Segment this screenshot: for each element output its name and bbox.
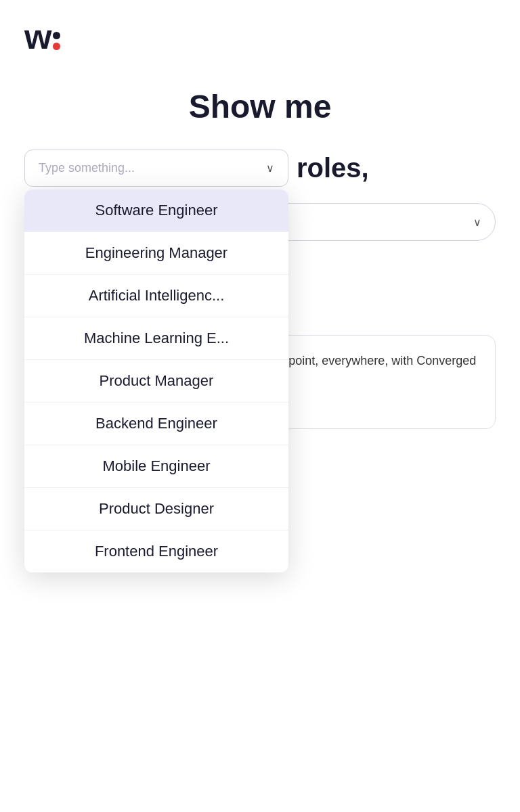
chevron-down-icon: ∨: [473, 216, 481, 229]
logo-dot-red: [53, 43, 60, 50]
role-dropdown-wrapper: Type something... ∨ Software Engineer En…: [24, 150, 288, 187]
logo-letter: w: [24, 19, 50, 54]
dropdown-item-frontend-engineer[interactable]: Frontend Engineer: [24, 531, 288, 572]
role-dropdown-menu: Software Engineer Engineering Manager Ar…: [24, 189, 288, 572]
dropdown-item-mobile-engineer[interactable]: Mobile Engineer: [24, 445, 288, 488]
dropdown-item-backend-engineer[interactable]: Backend Engineer: [24, 403, 288, 445]
header: w: [0, 0, 520, 68]
dropdown-item-software-engineer[interactable]: Software Engineer: [24, 189, 288, 232]
dropdown-item-product-manager[interactable]: Product Manager: [24, 360, 288, 403]
roles-text: roles,: [297, 153, 369, 183]
dropdown-item-artificial-intelligence[interactable]: Artificial Intelligenc...: [24, 275, 288, 317]
dropdown-item-machine-learning[interactable]: Machine Learning E...: [24, 317, 288, 360]
main-content: Show me Type something... ∨ Software Eng…: [0, 68, 520, 443]
logo: w: [24, 19, 496, 54]
chevron-down-icon: ∨: [266, 162, 274, 175]
logo-dot-dark: [53, 32, 60, 39]
logo-dots: [53, 32, 60, 50]
dropdown-item-engineering-manager[interactable]: Engineering Manager: [24, 232, 288, 275]
dropdown-item-product-designer[interactable]: Product Designer: [24, 488, 288, 531]
role-dropdown-trigger[interactable]: Type something... ∨: [24, 150, 288, 187]
filter-row: Type something... ∨ Software Engineer En…: [24, 150, 496, 187]
dropdown-placeholder: Type something...: [39, 161, 135, 175]
show-me-title: Show me: [24, 88, 496, 125]
